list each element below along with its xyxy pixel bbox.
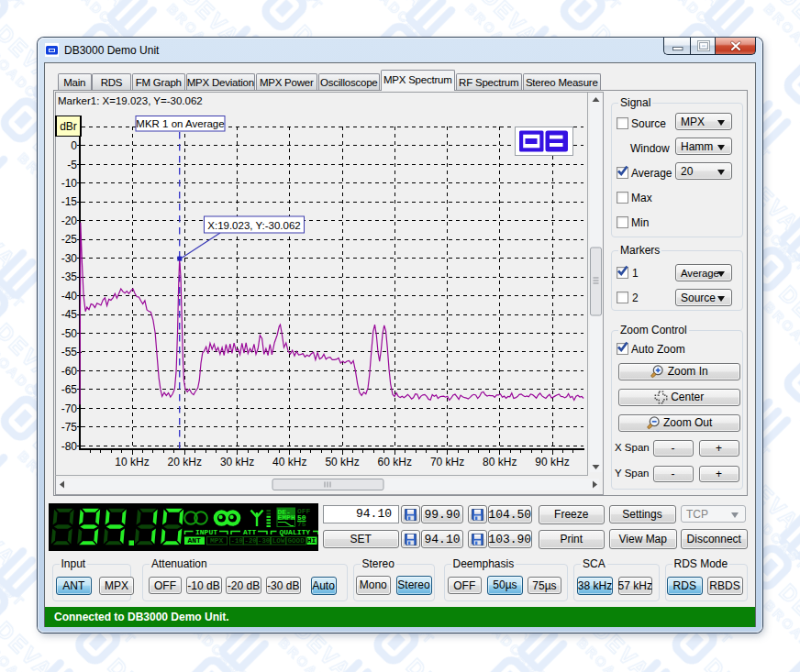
svg-text:-55: -55: [61, 346, 78, 358]
svg-text:50 kHz: 50 kHz: [325, 456, 359, 468]
svg-text:80 kHz: 80 kHz: [483, 456, 517, 468]
svg-text:GOOD: GOOD: [287, 537, 305, 545]
svg-text:EMPH: EMPH: [277, 513, 294, 522]
svg-text:75: 75: [297, 520, 306, 528]
svg-text:60 kHz: 60 kHz: [378, 456, 412, 468]
svg-text:-10: -10: [230, 537, 242, 545]
svg-text:-50: -50: [61, 327, 78, 340]
svg-text:-20: -20: [61, 215, 78, 227]
svg-text:30 kHz: 30 kHz: [220, 456, 254, 468]
svg-text:-65: -65: [61, 383, 78, 396]
svg-text:70 kHz: 70 kHz: [430, 456, 464, 468]
svg-text:ATT: ATT: [243, 528, 257, 536]
svg-text:-20: -20: [244, 537, 256, 545]
svg-text:20 kHz: 20 kHz: [168, 456, 202, 468]
svg-text:ANT: ANT: [187, 536, 201, 545]
svg-text:Marker1: X=19.023, Y=-30.062: Marker1: X=19.023, Y=-30.062: [58, 95, 203, 106]
svg-text:90 kHz: 90 kHz: [535, 456, 569, 468]
svg-text:dBr: dBr: [60, 120, 77, 133]
svg-text:-45: -45: [61, 308, 78, 321]
svg-text:40 kHz: 40 kHz: [272, 456, 306, 468]
svg-text:-40: -40: [61, 290, 78, 303]
svg-text:X:19.023, Y:-30.062: X:19.023, Y:-30.062: [207, 220, 300, 231]
svg-text:-25: -25: [61, 233, 78, 246]
svg-text:-5: -5: [67, 159, 77, 171]
svg-text:-15: -15: [61, 195, 78, 208]
svg-text:HI: HI: [306, 536, 316, 545]
svg-text:-75: -75: [61, 421, 78, 434]
svg-text:MPX: MPX: [210, 536, 224, 545]
svg-text:-70: -70: [61, 402, 78, 415]
svg-text:MKR 1 on Average: MKR 1 on Average: [136, 118, 224, 129]
svg-text:-60: -60: [61, 365, 78, 378]
svg-text:-35: -35: [61, 270, 78, 283]
svg-text:-80: -80: [61, 440, 78, 453]
svg-text:10 kHz: 10 kHz: [115, 456, 149, 468]
svg-text:-30: -30: [61, 252, 78, 265]
svg-text:-10: -10: [61, 177, 78, 190]
svg-text:LOW: LOW: [272, 537, 284, 545]
svg-text:-30: -30: [258, 537, 270, 545]
svg-text:QUALITY: QUALITY: [279, 528, 310, 536]
svg-text:0: 0: [71, 139, 77, 152]
svg-text:INPUT: INPUT: [195, 528, 217, 536]
